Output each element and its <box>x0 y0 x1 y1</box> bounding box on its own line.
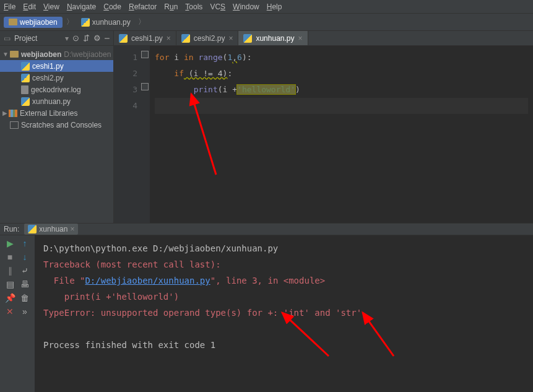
folder-icon <box>10 51 19 58</box>
pin-icon[interactable]: 📌 <box>4 292 15 303</box>
python-file-icon <box>181 34 190 43</box>
close-icon[interactable]: × <box>228 34 233 43</box>
menu-edit[interactable]: Edit <box>23 2 36 11</box>
fold-icon[interactable] <box>141 83 149 90</box>
line-number: 1 <box>118 50 137 66</box>
project-title: Project <box>14 34 61 43</box>
python-file-icon <box>28 225 37 233</box>
python-file-icon <box>21 74 30 82</box>
editor-tab[interactable]: xunhuan.py × <box>238 31 308 45</box>
line-number: 4 <box>118 98 137 114</box>
tab-label: ceshi1.py <box>131 34 163 43</box>
run-tool-window: Run: xunhuan × ▶ ↑ ■ ↓ ∥ ⤶ ▤ 🖶 <box>0 223 533 392</box>
menu-help[interactable]: Help <box>267 2 282 11</box>
menu-vcs[interactable]: VCS <box>210 2 225 11</box>
up-icon[interactable]: ↑ <box>19 238 30 249</box>
tree-scratches-label: Scratches and Consoles <box>21 121 102 129</box>
svg-line-3 <box>363 313 394 356</box>
line-number: 2 <box>118 66 137 82</box>
run-sidebar: ▶ ↑ ■ ↓ ∥ ⤶ ▤ 🖶 📌 🗑 ✕ » <box>0 235 35 392</box>
menu-view[interactable]: View <box>43 2 59 11</box>
menu-file[interactable]: File <box>4 2 15 11</box>
navigation-bar: webjiaoben 〉 xunhuan.py 〉 <box>0 14 533 31</box>
trash-icon[interactable]: 🗑 <box>19 292 30 303</box>
run-tab-label: xunhuan <box>39 225 67 233</box>
gutter: 1 2 3 4 <box>114 46 150 223</box>
tree-root-label: webjiaoben <box>21 50 61 59</box>
layout-icon[interactable]: ▤ <box>4 279 15 290</box>
project-icon: ▭ <box>4 34 11 43</box>
rerun-icon[interactable]: ▶ <box>4 238 15 249</box>
run-tab[interactable]: xunhuan × <box>24 224 78 235</box>
scratch-icon <box>10 121 19 129</box>
run-header: Run: xunhuan × <box>0 224 533 235</box>
tree-root-path: D:\webjiaoben <box>64 50 111 59</box>
menu-tools[interactable]: Tools <box>185 2 202 11</box>
collapse-icon[interactable]: ⊙ <box>72 33 79 43</box>
pause-icon[interactable]: ∥ <box>4 265 15 276</box>
expand-icon[interactable]: » <box>19 306 30 317</box>
python-file-icon <box>21 62 30 71</box>
tree-external-label: External Libraries <box>20 109 77 118</box>
down-icon[interactable]: ↓ <box>19 251 30 263</box>
soft-wrap-icon[interactable]: ⤶ <box>19 265 30 276</box>
tree-file[interactable]: ceshi2.py <box>0 72 113 84</box>
menu-code[interactable]: Code <box>103 2 121 11</box>
expand-arrow-icon[interactable]: ▶ <box>2 110 7 116</box>
code-content[interactable]: for i in range(1,6): if (i != 4): print(… <box>150 46 533 223</box>
print-icon[interactable]: 🖶 <box>19 279 30 290</box>
editor-area: ceshi1.py × ceshi2.py × xunhuan.py × 1 2… <box>114 31 533 223</box>
project-header: ▭ Project ▾ ⊙ ⇵ ⚙ ⎼ <box>0 31 113 46</box>
tree-external-libs[interactable]: ▶ External Libraries <box>0 107 113 119</box>
expand-arrow-icon[interactable]: ▼ <box>2 51 9 58</box>
editor-tab[interactable]: ceshi2.py × <box>176 31 239 45</box>
close-icon[interactable]: ✕ <box>4 306 15 317</box>
editor-tabs: ceshi1.py × ceshi2.py × xunhuan.py × <box>114 31 533 46</box>
editor-tab[interactable]: ceshi1.py × <box>114 31 176 45</box>
menu-run[interactable]: Run <box>164 2 178 11</box>
tree-file[interactable]: xunhuan.py <box>0 95 113 107</box>
console-output[interactable]: D:\python\python.exe D:/webjiaoben/xunhu… <box>35 235 533 392</box>
stop-icon[interactable]: ■ <box>4 251 15 263</box>
tree-file-label: xunhuan.py <box>32 97 71 106</box>
console-traceback: Traceback (most recent call last): <box>43 259 221 269</box>
chevron-icon: 〉 <box>66 17 74 27</box>
close-icon[interactable]: × <box>70 225 74 233</box>
breadcrumb-file[interactable]: xunhuan.py <box>77 17 134 28</box>
code-editor[interactable]: 1 2 3 4 for i in range(1,6): if (i != 4)… <box>114 46 533 223</box>
line-number: 3 <box>118 82 137 98</box>
hide-icon[interactable]: ⎼ <box>105 33 110 43</box>
tree-file[interactable]: ceshi1.py <box>0 60 113 72</box>
python-file-icon <box>243 34 252 43</box>
menu-window[interactable]: Window <box>233 2 259 11</box>
close-icon[interactable]: × <box>167 34 171 43</box>
menu-navigate[interactable]: Navigate <box>67 2 96 11</box>
breadcrumb-file-label: xunhuan.py <box>92 18 131 27</box>
chevron-icon: 〉 <box>138 17 145 27</box>
close-icon[interactable]: × <box>298 34 303 43</box>
tree-file-label: ceshi1.py <box>32 62 64 71</box>
tree-root[interactable]: ▼ webjiaoben D:\webjiaoben <box>0 48 113 60</box>
svg-line-2 <box>282 313 329 356</box>
tree-file[interactable]: geckodriver.log <box>0 84 113 95</box>
console-error: TypeError: unsupported operand type(s) f… <box>43 308 362 318</box>
console-file-link[interactable]: D:/webjiaoben/xunhuan.py <box>85 276 210 285</box>
run-label: Run: <box>4 225 19 233</box>
fold-icon[interactable] <box>141 51 149 58</box>
console-exit: Process finished with exit code 1 <box>43 340 215 350</box>
breadcrumb-folder[interactable]: webjiaoben <box>4 17 63 28</box>
dropdown-arrow-icon[interactable]: ▾ <box>65 34 69 43</box>
tree-scratches[interactable]: Scratches and Consoles <box>0 119 113 131</box>
python-file-icon <box>21 97 30 106</box>
tree-file-label: ceshi2.py <box>32 74 64 82</box>
menu-refactor[interactable]: Refactor <box>129 2 157 11</box>
select-opened-icon[interactable]: ⇵ <box>83 33 90 43</box>
project-panel: ▭ Project ▾ ⊙ ⇵ ⚙ ⎼ ▼ webjiaoben D:\webj… <box>0 31 114 223</box>
menubar: File Edit View Navigate Code Refactor Ru… <box>0 0 533 14</box>
project-tree[interactable]: ▼ webjiaoben D:\webjiaoben ceshi1.py ces… <box>0 46 113 223</box>
python-file-icon <box>81 18 90 27</box>
log-file-icon <box>21 85 28 94</box>
console-line: D:\python\python.exe D:/webjiaoben/xunhu… <box>43 243 278 253</box>
settings-icon[interactable]: ⚙ <box>93 33 101 43</box>
python-file-icon <box>119 34 128 43</box>
